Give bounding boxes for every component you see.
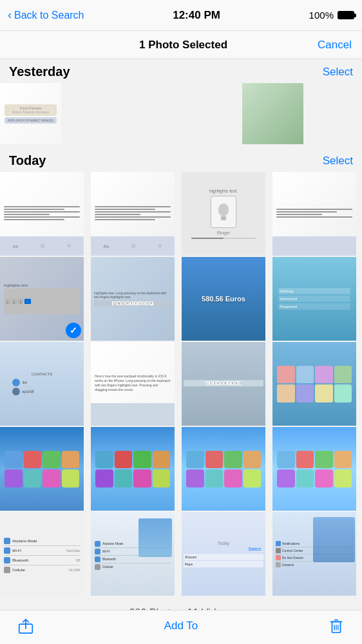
photo-cell[interactable]: Airplane Mode Wi-Fi TitanGate Bluetooth … xyxy=(0,512,84,596)
battery-label: 100% xyxy=(309,10,334,21)
photo-thumbnail: Aa ⚙ xyxy=(91,172,175,256)
battery-icon xyxy=(338,11,354,19)
svg-rect-0 xyxy=(221,216,226,220)
delete-button[interactable] xyxy=(326,616,347,636)
yesterday-section-header: Yesterday Select xyxy=(0,59,362,83)
photo-thumbnail: Airplane Mode Wi-Fi Bluetooth Cellular xyxy=(91,512,175,596)
photo-thumbnail xyxy=(0,427,84,511)
status-right: 100% xyxy=(309,10,354,21)
today-select-button[interactable]: Select xyxy=(323,155,353,167)
photo-cell[interactable] xyxy=(91,427,175,511)
photo-thumbnail: Settings Stickererd Snapseed xyxy=(272,257,356,341)
photo-cell[interactable] xyxy=(182,427,265,511)
photo-cell[interactable] xyxy=(242,83,303,144)
today-section-header: Today Select xyxy=(0,148,362,172)
photo-cell[interactable]: Settings Stickererd Snapseed xyxy=(272,257,356,341)
photo-thumbnail xyxy=(242,83,303,144)
back-button[interactable]: ‹ Back to Search xyxy=(8,8,84,22)
bottom-toolbar: Add To xyxy=(0,610,362,644)
photo-thumbnail: CONTACTS S4 sy1r18 xyxy=(0,342,84,426)
photo-cell[interactable]: 1 2 3 4 5 6 7 8 9 0 xyxy=(182,342,265,426)
photo-thumbnail: Here's how the new trackpad functionalit… xyxy=(91,342,175,426)
today-title: Today xyxy=(9,153,46,168)
add-to-button[interactable]: Add To xyxy=(164,620,198,632)
photo-cell[interactable]: CONTACTS S4 sy1r18 xyxy=(0,342,84,426)
cancel-button[interactable]: Cancel xyxy=(318,39,352,52)
photo-cell[interactable]: Today Select Shazam Maps xyxy=(182,512,265,596)
photo-cell[interactable]: Aa ⚙ xyxy=(0,172,84,256)
status-bar: ‹ Back to Search 12:40 PM 100% xyxy=(0,0,362,31)
content-area: Yesterday Select Find Friends Return Tow… xyxy=(0,59,362,644)
photo-thumbnail: Today Select Shazam Maps xyxy=(182,512,265,596)
photo-thumbnail: Notifications Control Center Do Not Dist… xyxy=(272,512,356,596)
photo-cell[interactable]: Airplane Mode Wi-Fi Bluetooth Cellular xyxy=(91,512,175,596)
photo-thumbnail: Aa ⚙ xyxy=(0,172,84,256)
photo-thumbnail: highlights text. Ringer xyxy=(182,172,265,256)
photo-thumbnail xyxy=(182,427,265,511)
photo-thumbnail xyxy=(272,427,356,511)
yesterday-title: Yesterday xyxy=(9,64,70,79)
photo-thumbnail: 580.56 Euros xyxy=(182,257,265,341)
photo-cell[interactable]: Here's how the new trackpad functionalit… xyxy=(91,342,175,426)
status-time: 12:40 PM xyxy=(173,9,220,22)
photo-thumbnail xyxy=(272,172,356,256)
photo-thumbnail: 1 2 3 4 5 6 7 8 9 0 xyxy=(182,342,265,426)
photo-cell[interactable]: Find Friends Return Towards Someone HDR … xyxy=(0,83,61,144)
photo-thumbnail xyxy=(91,427,175,511)
photo-thumbnail: Airplane Mode Wi-Fi TitanGate Bluetooth … xyxy=(0,512,84,596)
photo-thumbnail xyxy=(272,342,356,426)
share-button[interactable] xyxy=(15,616,36,636)
yesterday-select-button[interactable]: Select xyxy=(323,66,353,79)
photo-cell[interactable]: highlights text. Long pressing on the ke… xyxy=(91,257,175,341)
photo-thumbnail: highlights text. Long pressing on the ke… xyxy=(91,257,175,341)
photo-cell[interactable]: Notifications Control Center Do Not Dist… xyxy=(272,512,356,596)
photo-cell[interactable] xyxy=(272,342,356,426)
photo-cell[interactable]: 580.56 Euros xyxy=(182,257,265,341)
photo-cell[interactable]: Aa ⚙ xyxy=(91,172,175,256)
nav-bar: 1 Photo Selected Cancel xyxy=(0,31,362,59)
photo-cell[interactable] xyxy=(0,427,84,511)
photo-thumbnail: Find Friends Return Towards Someone HDR … xyxy=(0,83,61,144)
photo-cell[interactable] xyxy=(272,427,356,511)
photo-cell[interactable]: highlights text. 1 2 3 ✓ xyxy=(0,257,84,341)
photo-cell[interactable] xyxy=(272,172,356,256)
photo-cell[interactable]: highlights text. Ringer xyxy=(182,172,265,256)
nav-title: 1 Photo Selected xyxy=(49,39,318,52)
back-label: Back to Search xyxy=(14,10,84,21)
selection-checkmark xyxy=(66,323,81,338)
chevron-left-icon: ‹ xyxy=(8,8,12,22)
